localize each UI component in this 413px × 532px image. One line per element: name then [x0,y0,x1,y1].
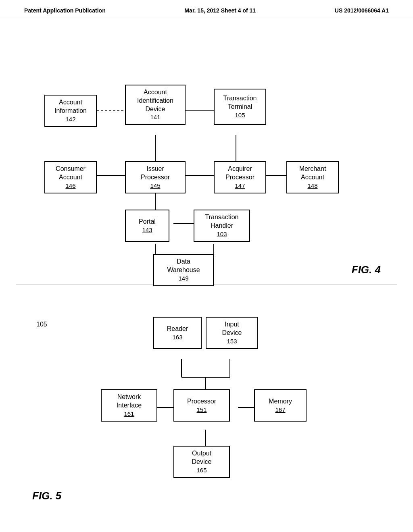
fig5-label: FIG. 5 [32,490,61,502]
consumer-account-box: Consumer Account 146 [44,161,97,193]
portal-box: Portal 143 [125,210,169,242]
data-warehouse-box: Data Warehouse 149 [153,254,214,286]
issuer-processor-box: Issuer Processor 145 [125,161,186,193]
memory-box: Memory 167 [254,389,307,422]
acquirer-processor-box: Acquirer Processor 147 [214,161,266,193]
fig5-ref-label: 105 [36,321,47,328]
page-header: Patent Application Publication Mar. 15, … [0,0,413,18]
input-device-box: Input Device 153 [206,317,258,349]
fig4-connectors [0,18,413,284]
processor-box: Processor 151 [173,389,230,422]
fig4-diagram: Account Information 142 Account Identifi… [0,18,413,284]
transaction-terminal-box: Transaction Terminal 105 [214,89,266,125]
account-info-box: Account Information 142 [44,95,97,127]
reader-box: Reader 163 [153,317,202,349]
header-right: US 2012/0066064 A1 [335,7,389,14]
header-left: Patent Application Publication [24,7,106,14]
merchant-account-box: Merchant Account 148 [286,161,339,193]
transaction-handler-box: Transaction Handler 103 [194,210,250,242]
header-center: Mar. 15, 2012 Sheet 4 of 11 [184,7,256,14]
account-id-device-box: Account Identification Device 141 [125,85,186,125]
fig4-label: FIG. 4 [352,264,381,276]
network-interface-box: Network Interface 161 [101,389,157,422]
output-device-box: Output Device 165 [173,446,230,478]
fig5-diagram: 105 Reader 163 Input Device 153 Network … [0,285,413,510]
